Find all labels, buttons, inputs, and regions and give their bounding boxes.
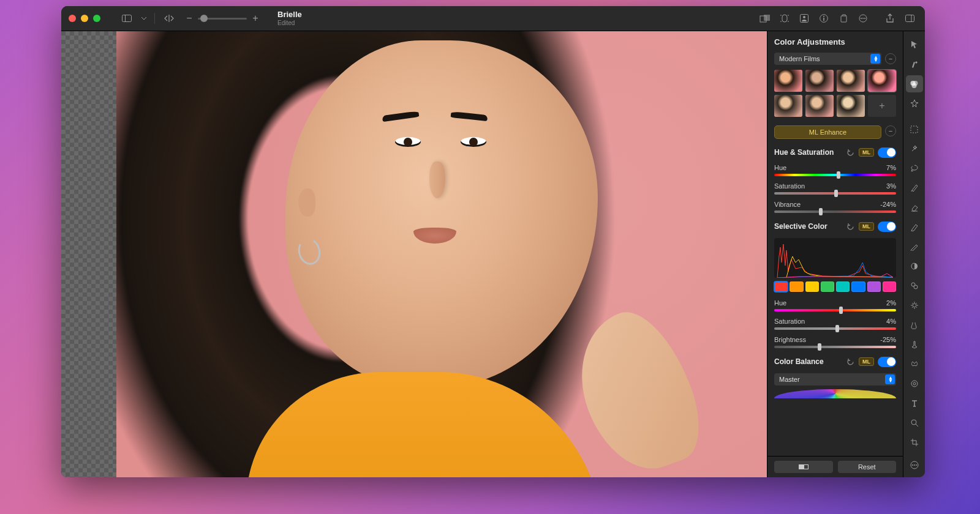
color-chip[interactable]	[883, 281, 896, 292]
section-toggle[interactable]	[878, 147, 896, 158]
clone-tool[interactable]	[906, 277, 923, 294]
wand-tool[interactable]	[906, 140, 923, 157]
sidebar-toggle-button[interactable]	[119, 11, 135, 26]
arrow-tool[interactable]	[906, 36, 923, 53]
smudge-tool[interactable]	[906, 316, 923, 333]
reset-icon[interactable]	[845, 147, 855, 157]
preset-label: Modern Films	[779, 55, 820, 62]
crop-tool[interactable]	[906, 434, 923, 451]
zoom-tool[interactable]	[906, 414, 923, 431]
svg-rect-24	[911, 126, 918, 133]
preset-dropdown[interactable]: Modern Films ▲▼	[774, 53, 881, 65]
more-button[interactable]	[855, 11, 871, 26]
slider-value: 3%	[886, 182, 896, 190]
split-compare-button[interactable]	[774, 461, 833, 473]
person-button[interactable]	[796, 11, 812, 26]
reset-icon[interactable]	[845, 357, 855, 367]
pen-tool[interactable]	[906, 218, 923, 236]
slider-track[interactable]	[774, 327, 896, 330]
svg-rect-19	[905, 15, 914, 22]
color-chip[interactable]	[790, 281, 803, 292]
repair-tool[interactable]	[906, 356, 923, 373]
tool-overflow-button[interactable]	[906, 456, 923, 474]
type-tool[interactable]	[906, 395, 923, 412]
slider-track[interactable]	[774, 174, 896, 176]
zoom-slider[interactable]	[198, 18, 247, 20]
slider-track[interactable]	[774, 309, 896, 311]
tool-rail	[903, 31, 925, 477]
color-balance-section: Color Balance ML Master ▲▼	[774, 357, 896, 398]
warp-tool[interactable]	[906, 336, 923, 353]
gradient-tool[interactable]	[906, 258, 923, 275]
paint-tool[interactable]	[906, 179, 923, 196]
preset-remove-button[interactable]: −	[885, 53, 896, 64]
marquee-tool[interactable]	[906, 121, 923, 138]
shape-tool[interactable]	[906, 375, 923, 392]
portrait-button[interactable]	[777, 11, 793, 26]
minimize-window-button[interactable]	[81, 15, 88, 22]
lasso-tool[interactable]	[906, 160, 923, 177]
compare-button[interactable]	[757, 11, 773, 26]
fullscreen-window-button[interactable]	[93, 15, 100, 22]
preset-thumb[interactable]	[774, 70, 802, 92]
reset-icon[interactable]	[845, 222, 855, 231]
slider-track[interactable]	[774, 346, 896, 348]
tonal-range-dropdown[interactable]: Master ▲▼	[774, 373, 896, 386]
slider-track[interactable]	[774, 210, 896, 213]
style-tool[interactable]	[906, 56, 923, 73]
preset-thumb[interactable]	[774, 95, 802, 117]
color-wheel[interactable]	[774, 389, 896, 398]
svg-point-32	[912, 464, 913, 466]
color-chip[interactable]	[821, 281, 834, 292]
svg-rect-4	[782, 15, 787, 22]
section-toggle[interactable]	[878, 357, 896, 367]
hue-saturation-section: Hue & Saturation ML Hue7% Saturation3% V…	[774, 147, 896, 213]
svg-point-18	[864, 18, 865, 19]
svg-point-12	[823, 16, 824, 17]
ml-badge[interactable]: ML	[859, 148, 874, 157]
panels-button[interactable]	[902, 11, 918, 26]
slider-label: Vibrance	[774, 201, 801, 208]
preset-thumb[interactable]	[837, 95, 865, 117]
close-window-button[interactable]	[69, 15, 76, 22]
lighten-tool[interactable]	[906, 297, 923, 314]
svg-rect-13	[823, 18, 824, 21]
svg-point-23	[912, 83, 917, 88]
reset-button[interactable]: Reset	[838, 461, 897, 473]
color-chip[interactable]	[851, 281, 865, 292]
preset-thumb[interactable]	[805, 95, 834, 117]
svg-point-26	[914, 285, 918, 289]
ml-enhance-remove-button[interactable]: −	[885, 125, 896, 136]
doc-status: Edited	[277, 20, 302, 27]
preset-thumb[interactable]	[868, 70, 896, 92]
pencil-tool[interactable]	[906, 238, 923, 255]
color-chip[interactable]	[867, 281, 881, 292]
svg-point-16	[861, 18, 862, 19]
preset-thumb[interactable]	[805, 70, 834, 92]
color-chip[interactable]	[805, 281, 819, 292]
slider-track[interactable]	[774, 192, 896, 195]
ml-enhance-button[interactable]: ML Enhance	[774, 125, 881, 139]
section-toggle[interactable]	[878, 222, 896, 232]
color-chip[interactable]	[836, 281, 850, 292]
preset-thumb[interactable]	[837, 70, 865, 92]
zoom-in-button[interactable]: +	[251, 11, 260, 26]
color-adjust-tool[interactable]	[906, 75, 923, 92]
ml-badge[interactable]: ML	[859, 357, 874, 366]
duplicate-button[interactable]	[835, 11, 851, 26]
canvas[interactable]	[61, 31, 767, 477]
svg-point-27	[913, 304, 916, 307]
share-button[interactable]	[882, 11, 898, 26]
effects-tool[interactable]	[906, 95, 923, 112]
info-button[interactable]	[816, 11, 832, 26]
slider-label: Hue	[774, 299, 786, 307]
slider-value: 7%	[886, 164, 896, 171]
color-chip[interactable]	[774, 281, 788, 292]
code-view-button[interactable]	[161, 11, 177, 26]
zoom-out-button[interactable]: −	[184, 11, 194, 26]
erase-tool[interactable]	[906, 199, 923, 216]
preset-add-button[interactable]: +	[868, 95, 896, 117]
sidebar-dropdown-button[interactable]	[140, 11, 148, 26]
image-content	[116, 31, 767, 477]
ml-badge[interactable]: ML	[859, 222, 874, 231]
